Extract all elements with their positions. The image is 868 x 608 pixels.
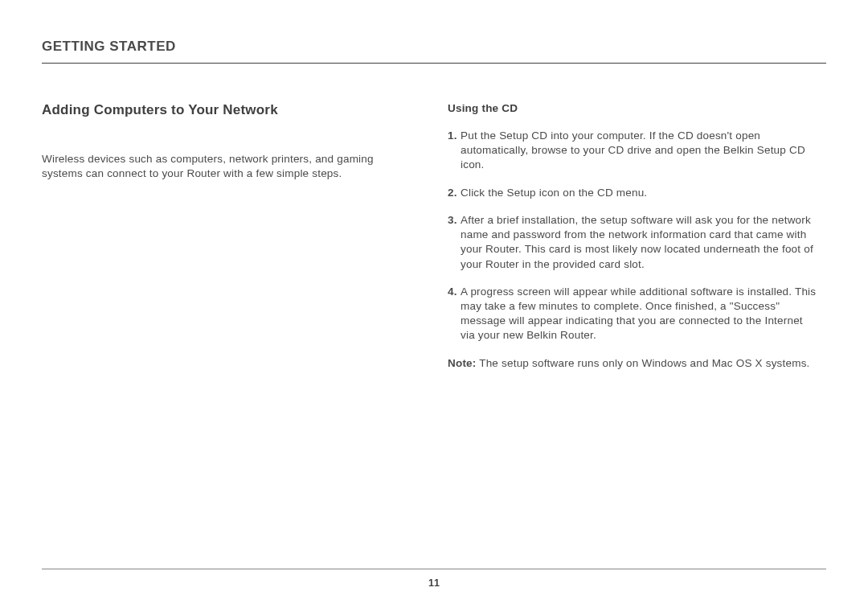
- step-item: 4. A progress screen will appear while a…: [448, 285, 818, 343]
- step-item: 2. Click the Setup icon on the CD menu.: [448, 186, 818, 200]
- page-number: 11: [0, 577, 868, 589]
- steps-list: 1. Put the Setup CD into your computer. …: [448, 129, 818, 343]
- right-column: Using the CD 1. Put the Setup CD into yo…: [448, 102, 826, 371]
- note-body: The setup software runs only on Windows …: [477, 357, 810, 369]
- step-item: 3. After a brief installation, the setup…: [448, 213, 818, 272]
- footer-divider: [42, 569, 826, 569]
- step-number: 3.: [448, 213, 461, 272]
- step-number: 2.: [448, 186, 461, 200]
- note-label: Note:: [448, 357, 477, 369]
- note-text: Note: The setup software runs only on Wi…: [448, 356, 818, 371]
- step-number: 1.: [448, 129, 461, 173]
- step-text: A progress screen will appear while addi…: [461, 285, 818, 343]
- step-text: Put the Setup CD into your computer. If …: [461, 129, 818, 173]
- manual-page: GETTING STARTED Adding Computers to Your…: [0, 0, 868, 608]
- subsection-title: Adding Computers to Your Network: [42, 102, 399, 118]
- section-header: GETTING STARTED: [42, 39, 826, 64]
- step-item: 1. Put the Setup CD into your computer. …: [448, 129, 818, 173]
- left-column: Adding Computers to Your Network Wireles…: [42, 102, 399, 371]
- step-text: Click the Setup icon on the CD menu.: [461, 186, 818, 200]
- step-text: After a brief installation, the setup so…: [461, 213, 818, 272]
- intro-text: Wireless devices such as computers, netw…: [42, 152, 399, 181]
- using-cd-heading: Using the CD: [448, 102, 818, 114]
- step-number: 4.: [448, 285, 461, 343]
- content-columns: Adding Computers to Your Network Wireles…: [42, 102, 826, 371]
